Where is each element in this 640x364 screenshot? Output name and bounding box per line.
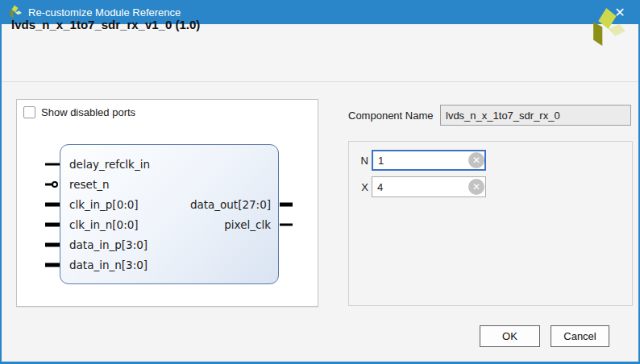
param-x-label: X [349,176,368,198]
port-stub-bus [45,263,60,267]
port-label: data_in_p[3:0] [69,238,148,251]
port-stub-bus [280,203,293,207]
port-row: reset_n [17,176,283,192]
component-name-label: Component Name [348,105,435,126]
param-row-x: X ✕ [349,176,632,198]
dialog-header [2,24,638,82]
param-row-n: N ✕ [349,149,632,172]
port-stub-scalar [280,224,293,226]
clear-x-icon[interactable]: ✕ [468,179,484,195]
module-title: lvds_n_x_1to7_sdr_rx_v1_0 (1.0) [11,18,200,31]
param-n-label: N [349,149,368,172]
port-label: pixel_clk [224,218,271,231]
ok-button[interactable]: OK [480,325,540,347]
port-row: pixel_clk [17,217,295,233]
port-row: delay_refclk_in [17,156,283,172]
port-label: data_in_n[3:0] [69,259,148,271]
port-label: data_out[27:0] [190,198,271,211]
active-low-bubble-icon [52,181,58,188]
show-disabled-ports-checkbox[interactable] [23,106,35,118]
port-label: delay_refclk_in [69,158,150,171]
parameter-group: N ✕ X ✕ [348,141,633,306]
cancel-button[interactable]: Cancel [551,325,609,347]
port-row: data_in_p[3:0] [17,237,283,253]
port-row: data_out[27:0] [17,196,295,213]
port-row: data_in_n[3:0] [17,257,283,273]
port-stub-scalar [45,163,60,166]
brand-logo-icon [585,8,625,50]
symbol-panel: Show disabled ports delay_refclk_in rese… [16,99,318,307]
component-name-field [440,105,631,126]
window-title: Re-customize Module Reference [28,6,181,19]
port-label: reset_n [69,178,110,191]
clear-n-icon[interactable]: ✕ [468,152,484,168]
show-disabled-ports-row: Show disabled ports [23,106,135,118]
show-disabled-ports-label: Show disabled ports [41,106,135,118]
port-stub-bus [45,243,60,247]
